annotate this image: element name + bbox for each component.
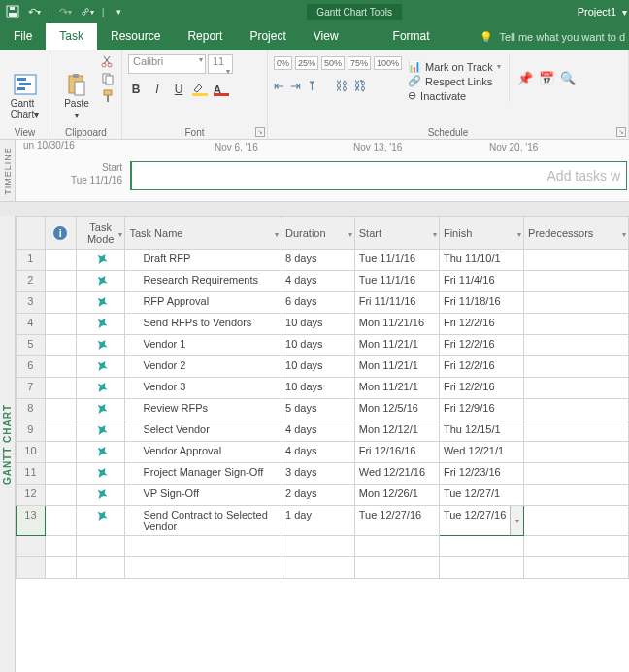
table-row[interactable]: 7Vendor 310 daysMon 11/21/1Fri 12/2/16 [17,378,629,399]
row-number[interactable]: 3 [17,292,46,314]
save-icon[interactable] [6,5,19,18]
cell-start[interactable]: Wed 12/21/16 [354,463,439,485]
table-row[interactable]: 11Project Manager Sign-Off3 daysWed 12/2… [17,463,629,485]
mark-on-track-button[interactable]: 📊Mark on Track▾ [408,60,501,73]
col-finish[interactable]: Finish▾ [439,217,523,250]
cell-finish[interactable]: Fri 11/18/16 [439,292,523,314]
col-predecessors[interactable]: Predecessors▾ [524,217,629,250]
cell-name[interactable]: Send Contract to Selected Vendor [125,506,281,536]
table-row-empty[interactable] [17,557,629,579]
link-tasks-icon[interactable]: ⛓ [335,79,348,93]
tab-view[interactable]: View [300,23,352,50]
cell-name[interactable]: Research Requirements [125,271,281,292]
row-number[interactable]: 4 [17,314,46,335]
cell-predecessors[interactable] [524,356,629,378]
schedule-dialog-launcher[interactable]: ↘ [616,127,626,137]
cell-info[interactable] [45,420,76,442]
cell-info[interactable] [45,250,76,271]
undo-icon[interactable]: ↶▾ [27,5,41,18]
cell-name[interactable]: Vendor Approval [125,442,281,463]
cell-name[interactable]: Draft RFP [125,250,281,271]
cell-duration[interactable]: 4 days [281,420,355,442]
col-task-mode[interactable]: Task Mode▾ [76,217,124,250]
cell-start[interactable]: Mon 12/12/1 [354,420,439,442]
cell-mode[interactable] [76,335,124,356]
cell-duration[interactable]: 3 days [281,463,355,485]
tab-project[interactable]: Project [236,23,299,50]
chevron-down-icon[interactable]: ▾ [622,230,626,239]
cell-finish[interactable]: Tue 12/27/1 [439,485,523,506]
inactivate-button[interactable]: ⊖Inactivate [408,89,501,102]
table-row[interactable]: 4Send RFPs to Vendors10 daysMon 11/21/16… [17,314,629,335]
cell-finish[interactable]: Fri 12/2/16 [439,314,523,335]
cell-start[interactable]: Fri 12/16/16 [354,442,439,463]
pct-100[interactable]: 100% [374,56,402,70]
cell-info[interactable] [45,463,76,485]
cell-predecessors[interactable] [524,314,629,335]
cell-mode[interactable] [76,463,124,485]
table-row[interactable]: 2Research Requirements4 daysTue 11/1/16F… [17,271,629,292]
pct-25[interactable]: 25% [295,56,318,70]
col-start[interactable]: Start▾ [354,217,439,250]
cell-finish[interactable]: Fri 12/2/16 [439,356,523,378]
row-number[interactable]: 8 [17,399,46,420]
inspect-icon[interactable]: 🔍 [560,71,576,85]
qat-customize-icon[interactable]: ▾ [113,5,126,18]
cell-info[interactable] [45,271,76,292]
row-number[interactable]: 11 [17,463,46,485]
cell-info[interactable] [45,442,76,463]
cell-name[interactable]: Review RFPs [125,399,281,420]
cell-predecessors[interactable] [524,463,629,485]
cell-name[interactable]: RFP Approval [125,292,281,314]
cell-duration[interactable]: 10 days [281,356,355,378]
row-number[interactable]: 9 [17,420,46,442]
cell-start[interactable]: Fri 11/11/16 [354,292,439,314]
cell-predecessors[interactable] [524,506,629,536]
tab-report[interactable]: Report [174,23,236,50]
paste-button[interactable]: Paste ▾ [56,54,97,137]
link-icon[interactable]: ▾ [81,5,94,18]
outdent-icon[interactable]: ⇤ [274,79,284,93]
cell-info[interactable] [45,335,76,356]
font-color-button[interactable]: A [214,83,229,96]
cell-duration[interactable]: 10 days [281,335,355,356]
cell-mode[interactable] [76,250,124,271]
row-number[interactable]: 13 [17,506,46,536]
row-number[interactable]: 7 [17,378,46,399]
cell-duration[interactable]: 10 days [281,314,355,335]
table-row-empty[interactable] [17,536,629,557]
cell-predecessors[interactable] [524,420,629,442]
table-row[interactable]: 10Vendor Approval4 daysFri 12/16/16Wed 1… [17,442,629,463]
cell-name[interactable]: Send RFPs to Vendors [125,314,281,335]
fill-color-button[interactable] [192,83,208,96]
cell-predecessors[interactable] [524,485,629,506]
cell-predecessors[interactable] [524,399,629,420]
cell-predecessors[interactable] [524,271,629,292]
col-rownum[interactable] [17,217,46,250]
table-row[interactable]: 3RFP Approval6 daysFri 11/11/16Fri 11/18… [17,292,629,314]
copy-icon[interactable] [101,72,115,85]
cell-info[interactable] [45,399,76,420]
cell-duration[interactable]: 6 days [281,292,355,314]
cell-duration[interactable]: 2 days [281,485,355,506]
table-row[interactable]: 1Draft RFP8 daysTue 11/1/16Thu 11/10/1 [17,250,629,271]
cell-finish[interactable]: Tue 12/27/16▾ [439,506,523,536]
row-number[interactable]: 2 [17,271,46,292]
cell-start[interactable]: Mon 12/26/1 [354,485,439,506]
font-name-select[interactable]: Calibri▾ [128,54,206,74]
cell-name[interactable]: Project Manager Sign-Off [125,463,281,485]
cell-duration[interactable]: 10 days [281,378,355,399]
dropdown-icon[interactable]: ▾ [620,7,629,17]
task-grid[interactable]: i Task Mode▾ Task Name▾ Duration▾ Start▾… [16,216,629,672]
cell-name[interactable]: Vendor 1 [125,335,281,356]
pct-50[interactable]: 50% [321,56,345,70]
gantt-chart-button[interactable]: GanttChart▾ [6,54,44,137]
cell-mode[interactable] [76,292,124,314]
cell-info[interactable] [45,378,76,399]
cell-info[interactable] [45,485,76,506]
chevron-down-icon[interactable]: ▾ [517,230,521,239]
cell-finish[interactable]: Fri 11/4/16 [439,271,523,292]
indent-icon[interactable]: ⇥ [290,79,301,93]
chevron-down-icon[interactable]: ▾ [275,230,279,239]
cell-finish[interactable]: Thu 11/10/1 [439,250,523,271]
